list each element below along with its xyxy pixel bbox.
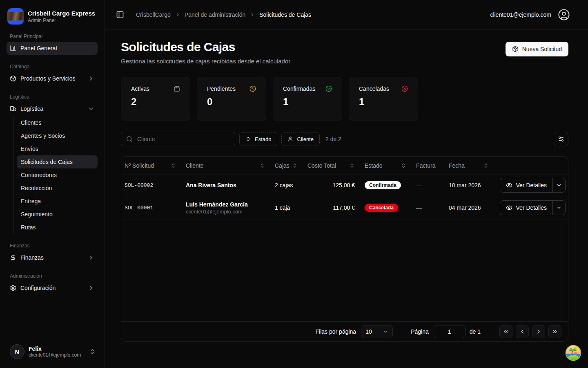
sidebar-subitem-solicitudes-de-cajas[interactable]: Solicitudes de Cajas [17, 155, 98, 168]
sort-icon[interactable] [259, 163, 265, 168]
sidebar-subitem-clientes[interactable]: Clientes [17, 116, 98, 129]
eye-icon [506, 182, 512, 188]
column-header-solicitud[interactable]: Nº Solicitud [121, 157, 183, 175]
tropical-widget-button[interactable] [565, 345, 581, 361]
row-actions-dropdown-button[interactable] [553, 201, 565, 215]
sidebar-item-configuracion[interactable]: Configuración [7, 281, 98, 294]
subitem-label: Agentes y Socios [21, 132, 65, 139]
filter-estado-label: Estado [255, 136, 271, 142]
sort-icon[interactable] [349, 163, 355, 168]
chevron-down-icon [556, 205, 562, 211]
sort-icon[interactable] [170, 163, 176, 168]
sort-icon[interactable] [401, 163, 406, 168]
cell-cost: 117,00 € [304, 196, 361, 220]
table-row[interactable]: SOL-00001 Luis Hernández García cliente0… [121, 196, 568, 220]
requests-table: Nº Solicitud Cliente Cajas Costo To [121, 156, 568, 342]
stat-card-activas: Activas 2 [121, 77, 190, 121]
cell-solicitud-id: SOL-00001 [121, 196, 183, 220]
stat-value: 1 [283, 96, 332, 108]
sidebar-item-label: Logística [20, 105, 43, 112]
user-email: cliente01@ejemplo.com [29, 352, 81, 358]
brand[interactable]: Crisbell Cargo Express Admin Panel [7, 8, 98, 25]
sidebar-toggle-button[interactable] [114, 9, 126, 20]
column-label: Fecha [449, 162, 465, 169]
group-label-admin: Administración [7, 273, 98, 279]
column-header-costo[interactable]: Costo Total [304, 157, 361, 175]
table-row[interactable]: SOL-00002 Ana Rivera Santos 2 cajas 125,… [121, 175, 568, 196]
account-menu-button[interactable] [556, 7, 572, 22]
stats-row: Activas 2 Pendientes 0 Confirm [121, 77, 568, 121]
group-label-finance: Finanzas [7, 243, 98, 249]
filter-cliente-button[interactable]: Cliente [281, 132, 319, 146]
view-details-button[interactable]: Ver Detalles [500, 201, 552, 215]
stat-value: 1 [359, 96, 408, 108]
sliders-icon [558, 136, 564, 142]
table-empty-space [121, 220, 568, 322]
next-page-button[interactable] [532, 325, 545, 338]
sidebar-subitem-contenedores[interactable]: Contenedores [17, 168, 98, 182]
stat-value: 2 [131, 96, 180, 108]
previous-page-button[interactable] [516, 325, 529, 338]
stat-value: 0 [207, 96, 256, 108]
cell-date: 04 mar 2026 [445, 196, 495, 220]
row-actions-dropdown-button[interactable] [553, 178, 565, 192]
page-number-input[interactable] [434, 325, 466, 338]
sort-icon[interactable] [483, 163, 489, 168]
brand-subtitle: Admin Panel [28, 18, 95, 23]
breadcrumb-item-admin[interactable]: Panel de administración [185, 11, 245, 18]
view-details-button[interactable]: Ver Detalles [500, 178, 552, 192]
breadcrumb-item-home[interactable]: CrisbellCargo [136, 11, 171, 18]
sidebar-item-productos[interactable]: Productos y Servicios [7, 72, 98, 85]
sidebar-user-menu[interactable]: N Felix cliente01@ejemplo.com [7, 342, 98, 361]
column-header-actions [495, 157, 568, 175]
user-icon [287, 136, 293, 142]
page-subtitle: Gestiona las solicitudes de cajas recibi… [121, 58, 292, 65]
brand-title: Crisbell Cargo Express [28, 10, 95, 17]
cell-solicitud-id: SOL-00002 [121, 175, 183, 196]
sidebar-item-panel-general[interactable]: Panel General [7, 42, 98, 55]
first-page-button[interactable] [499, 325, 512, 338]
pagination-bar: Filas por página 10 Página de 1 [121, 321, 568, 341]
sidebar-subitem-agentes[interactable]: Agentes y Socios [17, 129, 98, 142]
view-options-button[interactable] [554, 132, 568, 146]
panel-left-icon [116, 11, 124, 19]
eye-icon [506, 204, 512, 211]
column-header-cliente[interactable]: Cliente [183, 157, 272, 175]
sort-icon[interactable] [292, 163, 298, 168]
sidebar-item-logistica[interactable]: Logística [7, 102, 98, 115]
sidebar-item-finanzas[interactable]: Finanzas [7, 251, 98, 264]
sidebar-item-label: Panel General [20, 45, 57, 52]
bar-chart-icon [10, 45, 16, 52]
last-page-button[interactable] [548, 325, 561, 338]
rows-per-page-select[interactable]: 10 [361, 325, 393, 338]
cell-invoice: — [413, 196, 445, 220]
sidebar-subitem-envios[interactable]: Envíos [17, 142, 98, 155]
search-input[interactable] [136, 135, 230, 143]
column-header-cajas[interactable]: Cajas [272, 157, 304, 175]
column-header-factura: Factura [413, 157, 445, 175]
subitem-label: Contenedores [21, 172, 57, 178]
filter-estado-button[interactable]: Estado [239, 132, 277, 146]
user-name: Felix [29, 346, 81, 352]
subitem-label: Clientes [21, 119, 42, 126]
row-action-button: Ver Detalles [500, 200, 566, 215]
chevron-right-icon [88, 254, 94, 261]
column-header-estado[interactable]: Estado [361, 157, 413, 175]
sidebar-subitem-rutas[interactable]: Rutas [17, 221, 98, 234]
group-label-catalog: Catálogo [7, 64, 98, 70]
new-request-button-label: Nueva Solicitud [522, 46, 562, 52]
search-icon [126, 136, 133, 142]
sidebar-subitem-seguimiento[interactable]: Seguimiento [17, 208, 98, 221]
stat-card-canceladas: Canceladas 1 [349, 77, 418, 121]
subitem-label: Recolección [21, 185, 52, 191]
rows-per-page-label: Filas por página [316, 328, 356, 335]
group-label-main: Panel Principal [7, 34, 98, 39]
sidebar-subitem-recoleccion[interactable]: Recolección [17, 182, 98, 195]
sidebar-subitem-entrega[interactable]: Entrega [17, 195, 98, 208]
new-request-button[interactable]: Nueva Solicitud [506, 42, 568, 56]
content: Solicitudes de Cajas Gestiona las solici… [105, 29, 588, 368]
gear-icon [10, 285, 16, 291]
chevron-left-icon [519, 328, 526, 335]
column-header-fecha[interactable]: Fecha [445, 157, 495, 175]
rows-per-page-value: 10 [365, 328, 372, 335]
